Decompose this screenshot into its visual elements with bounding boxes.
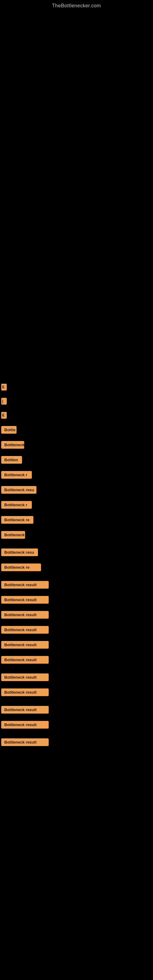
result-row-5: Bottleneck: [0, 441, 153, 450]
top-dark-section: [0, 10, 153, 194]
bottleneck-result-label-1: E: [1, 384, 7, 390]
bottleneck-result-label-11: Bottleneck: [1, 531, 25, 539]
bottleneck-result-label-22: Bottleneck result: [1, 706, 49, 714]
bottleneck-result-label-18: Bottleneck result: [1, 641, 49, 649]
result-row-10: Bottleneck re: [0, 516, 153, 525]
bottleneck-result-label-9: Bottleneck r: [1, 501, 32, 509]
bottleneck-result-label-5: Bottleneck: [1, 441, 24, 449]
result-row-4: Bottle: [0, 426, 153, 435]
bottleneck-result-label-17: Bottleneck result: [1, 626, 49, 634]
bottleneck-result-label-2: |: [1, 398, 7, 404]
result-row-12: Bottleneck resu: [0, 549, 153, 557]
result-row-21: Bottleneck result: [0, 689, 153, 697]
result-row-16: Bottleneck result: [0, 611, 153, 620]
result-row-24: Bottleneck result: [0, 738, 153, 747]
result-row-23: Bottleneck result: [0, 721, 153, 730]
bottleneck-result-label-6: Bottlen: [1, 456, 22, 464]
result-row-13: Bottleneck re: [0, 563, 153, 573]
result-row-1: E: [0, 384, 153, 392]
results-section: E | E Bottle Bottleneck Bottlen Bottle: [0, 194, 153, 747]
result-row-11: Bottleneck: [0, 531, 153, 540]
result-row-14: Bottleneck result: [0, 581, 153, 590]
bottleneck-result-label-12: Bottleneck resu: [1, 549, 38, 556]
bottleneck-result-label-7: Bottleneck r: [1, 471, 32, 479]
bottleneck-result-label-8: Bottleneck resu: [1, 486, 37, 494]
bottleneck-result-label-3: E: [1, 412, 7, 418]
bottleneck-result-label-24: Bottleneck result: [1, 738, 49, 746]
result-row-8: Bottleneck resu: [0, 486, 153, 495]
bottleneck-result-label-21: Bottleneck result: [1, 689, 49, 696]
result-row-6: Bottlen: [0, 456, 153, 465]
result-row-20: Bottleneck result: [0, 673, 153, 682]
bottleneck-result-label-4: Bottle: [1, 426, 16, 434]
result-row-9: Bottleneck r: [0, 501, 153, 510]
bottleneck-result-label-19: Bottleneck result: [1, 656, 49, 663]
bottleneck-result-label-20: Bottleneck result: [1, 673, 49, 681]
result-row-3: E: [0, 412, 153, 420]
site-header: TheBottlenecker.com: [0, 0, 153, 10]
result-row-17: Bottleneck result: [0, 626, 153, 635]
site-title: TheBottlenecker.com: [0, 0, 153, 10]
bottleneck-result-label-23: Bottleneck result: [1, 721, 49, 729]
main-content: E | E Bottle Bottleneck Bottlen Bottle: [0, 10, 153, 756]
result-row-22: Bottleneck result: [0, 706, 153, 715]
result-row-18: Bottleneck result: [0, 641, 153, 650]
bottleneck-result-label-16: Bottleneck result: [1, 611, 49, 619]
result-row-2: |: [0, 398, 153, 406]
result-row-7: Bottleneck r: [0, 471, 153, 480]
bottleneck-result-label-10: Bottleneck re: [1, 516, 33, 524]
bottleneck-result-label-15: Bottleneck result: [1, 596, 49, 604]
bottleneck-result-label-14: Bottleneck result: [1, 581, 49, 589]
result-row-19: Bottleneck result: [0, 656, 153, 665]
bottleneck-result-label-13: Bottleneck re: [1, 563, 41, 571]
result-row-15: Bottleneck result: [0, 596, 153, 605]
